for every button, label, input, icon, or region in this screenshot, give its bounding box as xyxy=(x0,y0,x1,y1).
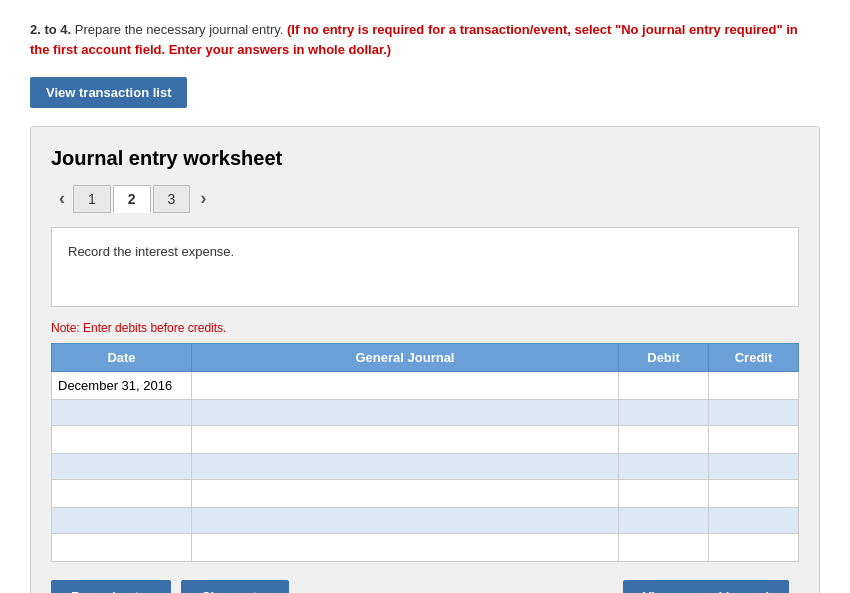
credit-input[interactable] xyxy=(709,400,798,425)
table-row xyxy=(52,480,799,508)
tabs-row: ‹ 1 2 3 › xyxy=(51,184,799,213)
date-input[interactable] xyxy=(52,454,191,479)
worksheet-title: Journal entry worksheet xyxy=(51,147,799,170)
debit-input[interactable] xyxy=(619,372,708,399)
gj-input[interactable] xyxy=(192,508,618,533)
view-general-journal-button[interactable]: View general journal xyxy=(623,580,789,593)
debit-input[interactable] xyxy=(619,454,708,479)
view-transaction-button[interactable]: View transaction list xyxy=(30,77,187,108)
date-cell xyxy=(52,534,192,562)
header-debit: Debit xyxy=(619,344,709,372)
credit-cell xyxy=(709,372,799,400)
credit-cell xyxy=(709,534,799,562)
credit-input[interactable] xyxy=(709,480,798,507)
date-cell xyxy=(52,508,192,534)
debit-cell xyxy=(619,534,709,562)
credit-input[interactable] xyxy=(709,508,798,533)
table-row xyxy=(52,426,799,454)
record-entry-button[interactable]: Record entry xyxy=(51,580,171,593)
debit-input[interactable] xyxy=(619,534,708,561)
debit-cell xyxy=(619,400,709,426)
gj-input[interactable] xyxy=(192,372,618,399)
debit-cell xyxy=(619,426,709,454)
note-text: Note: Enter debits before credits. xyxy=(51,321,799,335)
credit-cell xyxy=(709,426,799,454)
table-row xyxy=(52,372,799,400)
table-row xyxy=(52,454,799,480)
gj-cell xyxy=(192,534,619,562)
next-tab-arrow[interactable]: › xyxy=(192,184,214,213)
debit-cell xyxy=(619,480,709,508)
debit-input[interactable] xyxy=(619,426,708,453)
debit-input[interactable] xyxy=(619,508,708,533)
credit-cell xyxy=(709,400,799,426)
header-credit: Credit xyxy=(709,344,799,372)
tab-2[interactable]: 2 xyxy=(113,185,151,213)
debit-cell xyxy=(619,454,709,480)
buttons-row: Record entry Clear entry View general jo… xyxy=(51,580,799,593)
date-input[interactable] xyxy=(52,480,191,507)
gj-input[interactable] xyxy=(192,454,618,479)
date-cell xyxy=(52,400,192,426)
instruction-normal: Prepare the necessary journal entry. xyxy=(75,22,284,37)
description-box: Record the interest expense. xyxy=(51,227,799,307)
gj-input[interactable] xyxy=(192,400,618,425)
table-row xyxy=(52,400,799,426)
debit-input[interactable] xyxy=(619,480,708,507)
date-input[interactable] xyxy=(52,426,191,453)
clear-entry-button[interactable]: Clear entry xyxy=(181,580,289,593)
instructions: 2. to 4. Prepare the necessary journal e… xyxy=(30,20,820,59)
tab-1[interactable]: 1 xyxy=(73,185,111,213)
tab-3[interactable]: 3 xyxy=(153,185,191,213)
credit-input[interactable] xyxy=(709,454,798,479)
credit-input[interactable] xyxy=(709,426,798,453)
gj-input[interactable] xyxy=(192,480,618,507)
gj-input[interactable] xyxy=(192,426,618,453)
table-row xyxy=(52,534,799,562)
gj-cell xyxy=(192,426,619,454)
worksheet-container: Journal entry worksheet ‹ 1 2 3 › Record… xyxy=(30,126,820,593)
gj-cell xyxy=(192,372,619,400)
instruction-prefix: 2. to 4. xyxy=(30,22,71,37)
credit-input[interactable] xyxy=(709,534,798,561)
journal-table: Date General Journal Debit Credit xyxy=(51,343,799,562)
description-text: Record the interest expense. xyxy=(68,244,234,259)
header-general-journal: General Journal xyxy=(192,344,619,372)
debit-cell xyxy=(619,508,709,534)
table-row xyxy=(52,508,799,534)
header-date: Date xyxy=(52,344,192,372)
date-cell xyxy=(52,426,192,454)
date-cell xyxy=(52,480,192,508)
date-cell xyxy=(52,454,192,480)
credit-cell xyxy=(709,508,799,534)
gj-cell xyxy=(192,508,619,534)
credit-input[interactable] xyxy=(709,372,798,399)
gj-cell xyxy=(192,480,619,508)
date-input[interactable] xyxy=(52,534,191,561)
credit-cell xyxy=(709,454,799,480)
date-input[interactable] xyxy=(52,372,191,399)
date-input[interactable] xyxy=(52,400,191,425)
gj-cell xyxy=(192,454,619,480)
debit-cell xyxy=(619,372,709,400)
date-cell xyxy=(52,372,192,400)
debit-input[interactable] xyxy=(619,400,708,425)
prev-tab-arrow[interactable]: ‹ xyxy=(51,184,73,213)
gj-input[interactable] xyxy=(192,534,618,561)
date-input[interactable] xyxy=(52,508,191,533)
credit-cell xyxy=(709,480,799,508)
gj-cell xyxy=(192,400,619,426)
